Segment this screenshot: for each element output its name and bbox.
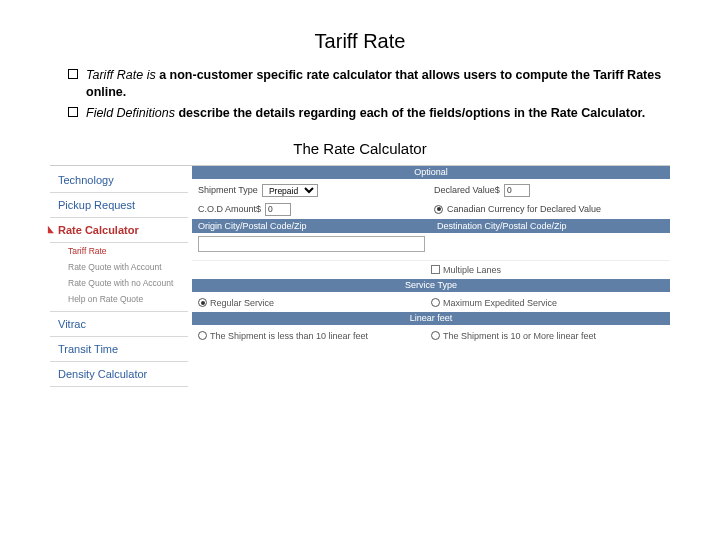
cod-amount-input[interactable]: 0 [265, 203, 291, 216]
sidebar-item-density-calc[interactable]: Density Calculator [50, 362, 188, 387]
checkbox-bullet-icon [68, 107, 78, 117]
sidebar-sub-help[interactable]: Help on Rate Quote [50, 291, 188, 307]
shipment-type-select[interactable]: Prepaid [262, 184, 318, 197]
sidebar-sub-quote-account[interactable]: Rate Quote with Account [50, 259, 188, 275]
section-subtitle: The Rate Calculator [50, 140, 670, 157]
linear-more-radio[interactable] [431, 331, 440, 340]
currency-radio[interactable] [434, 205, 443, 214]
sidebar-subgroup: Tariff Rate Rate Quote with Account Rate… [50, 243, 188, 312]
checkbox-bullet-icon [68, 69, 78, 79]
max-expedited-radio[interactable] [431, 298, 440, 307]
bullet-item: Field Definitions describe the details r… [68, 105, 670, 122]
bullet-text: Tariff Rate is a non-customer specific r… [86, 67, 670, 101]
sidebar-item-rate-calculator[interactable]: Rate Calculator [50, 218, 188, 243]
sidebar-item-transit-time[interactable]: Transit Time [50, 337, 188, 362]
form-area: Optional Shipment Type Prepaid Declared … [188, 166, 670, 387]
bullet-text: Field Definitions describe the details r… [86, 105, 645, 122]
multiple-lanes-checkbox[interactable] [431, 265, 440, 274]
optional-header: Optional [192, 166, 670, 179]
sidebar-item-technology[interactable]: Technology [50, 168, 188, 193]
linear-less-radio[interactable] [198, 331, 207, 340]
declared-value-label: Declared Value$ [434, 185, 500, 195]
sidebar-item-vitrac[interactable]: Vitrac [50, 312, 188, 337]
origin-input[interactable] [198, 236, 425, 252]
service-type-header: Service Type [192, 279, 670, 292]
linear-feet-header: Linear feet [192, 312, 670, 325]
multiple-lanes-label: Multiple Lanes [443, 265, 501, 275]
regular-service-label: Regular Service [210, 298, 274, 308]
sidebar-sub-tariff-rate[interactable]: Tariff Rate [50, 243, 188, 259]
app-screenshot: Technology Pickup Request Rate Calculato… [50, 165, 670, 387]
linear-less-label: The Shipment is less than 10 linear feet [210, 331, 368, 341]
cod-amount-label: C.O.D Amount$ [198, 204, 261, 214]
bullet-list: Tariff Rate is a non-customer specific r… [68, 67, 670, 122]
origin-header: Origin City/Postal Code/Zip [192, 219, 431, 233]
sidebar-sub-quote-no-account[interactable]: Rate Quote with no Account [50, 275, 188, 291]
max-expedited-label: Maximum Expedited Service [443, 298, 557, 308]
bullet-item: Tariff Rate is a non-customer specific r… [68, 67, 670, 101]
currency-label: Canadian Currency for Declared Value [447, 204, 601, 214]
page-title: Tariff Rate [50, 30, 670, 53]
shipment-type-label: Shipment Type [198, 185, 258, 195]
destination-header: Destination City/Postal Code/Zip [431, 219, 670, 233]
declared-value-input[interactable]: 0 [504, 184, 530, 197]
linear-more-label: The Shipment is 10 or More linear feet [443, 331, 596, 341]
sidebar: Technology Pickup Request Rate Calculato… [50, 166, 188, 387]
regular-service-radio[interactable] [198, 298, 207, 307]
sidebar-item-pickup[interactable]: Pickup Request [50, 193, 188, 218]
